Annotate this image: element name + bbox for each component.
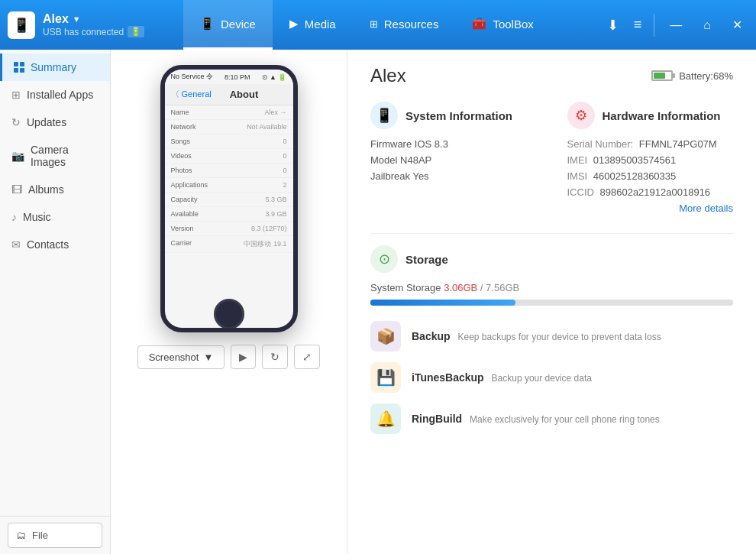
connection-status: USB has connected 🔋 [43, 26, 144, 37]
sidebar-item-contacts[interactable]: ✉ Contacts [0, 231, 110, 258]
more-details-link[interactable]: More details [567, 202, 734, 214]
menu-button[interactable]: ≡ [631, 14, 645, 36]
brand-text: Alex ▼ USB has connected 🔋 [43, 12, 144, 37]
expand-icon: ⤢ [302, 351, 312, 363]
serial-row: Serial Number: FFMNL74PG07M [567, 138, 734, 150]
firmware-row: Firmware IOS 8.3 [370, 138, 537, 150]
iccid-row: ICCID 898602a21912a0018916 [567, 186, 734, 198]
device-tab-icon: 📱 [200, 17, 215, 31]
file-button[interactable]: 🗂 File [8, 523, 102, 548]
sidebar-camera-images-label: Camera Images [31, 144, 99, 168]
toolbox-tab-icon: 🧰 [472, 17, 486, 31]
close-button[interactable]: ✕ [726, 15, 748, 35]
tab-media[interactable]: ▶ Media [273, 0, 353, 50]
chevron-down-icon[interactable]: ▼ [73, 15, 81, 24]
update-icon: ↻ [11, 116, 21, 128]
screenshot-refresh-button[interactable]: ↻ [262, 345, 288, 369]
tab-device[interactable]: 📱 Device [183, 0, 273, 50]
tab-toolbox-label: ToolBox [493, 18, 533, 31]
battery-bar [651, 70, 673, 81]
info-sections: 📱 System Information Firmware IOS 8.3 Mo… [370, 102, 733, 214]
sidebar-installed-apps-label: Installed Apps [27, 89, 93, 101]
screenshot-expand-button[interactable]: ⤢ [294, 345, 320, 369]
sidebar-item-updates[interactable]: ↻ Updates [0, 109, 110, 136]
battery-label: Battery:68% [679, 70, 733, 82]
phone-row-name: Name Alex → [165, 105, 293, 120]
model-value: N48AP [400, 154, 431, 166]
backup-desc-inline: Keep backups for your device to prevent … [457, 332, 661, 342]
apps-icon: ⊞ [11, 89, 21, 101]
resources-tab-icon: ⊞ [370, 18, 378, 30]
phone-nav-bar: 〈 General About [165, 84, 293, 105]
phone-table: Name Alex → Network Not Available Songs … [165, 105, 293, 253]
phone-row-carrier: Carrier 中国移动 19.1 [165, 236, 293, 253]
backup-action-item: 📦 Backup Keep backups for your device to… [370, 321, 733, 352]
section-divider [370, 233, 733, 234]
itunes-backup-name: iTunesBackup Backup your device data [412, 371, 733, 384]
storage-separator: / [480, 282, 483, 293]
contacts-icon: ✉ [11, 238, 21, 251]
sidebar-item-installed-apps[interactable]: ⊞ Installed Apps [0, 81, 110, 109]
battery-info: Battery:68% [651, 70, 733, 82]
phone-row-network: Network Not Available [165, 120, 293, 134]
phone-row-capacity: Capacity 5.3 GB [165, 193, 293, 207]
iccid-value: 898602a21912a0018916 [600, 186, 711, 198]
system-info-header: 📱 System Information [370, 102, 537, 129]
phone-status-left: No Service 令 [171, 72, 214, 82]
jailbreak-label: Jailbreak [370, 170, 412, 182]
phone-home-button [214, 299, 244, 329]
screenshot-button[interactable]: Screenshot ▼ [137, 345, 225, 369]
phone-row-applications: Applications 2 [165, 178, 293, 193]
info-panel: Alex Battery:68% 📱 System Information [347, 50, 756, 554]
system-info-icon: 📱 [370, 102, 398, 129]
tab-toolbox[interactable]: 🧰 ToolBox [455, 0, 550, 50]
nav-tabs: 📱 Device ▶ Media ⊞ Resources 🧰 ToolBox [183, 0, 604, 50]
header-divider [654, 14, 654, 37]
restore-button[interactable]: ⌂ [697, 15, 717, 35]
grid-icon [14, 62, 24, 73]
jailbreak-row: Jailbreak Yes [370, 170, 537, 182]
sidebar-item-camera-images[interactable]: 📷 Camera Images [0, 136, 110, 176]
imsi-value: 460025128360335 [593, 170, 676, 182]
model-row: Model N48AP [370, 154, 537, 166]
itunes-backup-text: iTunesBackup Backup your device data [412, 371, 733, 384]
device-header: Alex Battery:68% [370, 65, 733, 86]
storage-title: Storage [405, 253, 448, 266]
sidebar-item-summary[interactable]: Summary [0, 53, 110, 81]
screenshot-play-button[interactable]: ▶ [231, 345, 256, 369]
jailbreak-value: Yes [412, 170, 428, 182]
storage-bar-bg [370, 300, 733, 306]
storage-section: ⊙ Storage System Storage 3.06GB / 7.56GB [370, 245, 733, 434]
phone-status-right: ⊙ ▲ 🔋 [262, 73, 287, 81]
serial-value: FFMNL74PG07M [639, 138, 717, 150]
tab-media-label: Media [305, 18, 336, 31]
device-title: Alex [370, 65, 406, 86]
phone-status-time: 8:10 PM [225, 73, 250, 81]
phone-row-photos: Photos 0 [165, 164, 293, 178]
app-logo: 📱 [8, 11, 35, 39]
refresh-icon: ↻ [270, 351, 279, 363]
ring-build-text: RingBuild Make exclusively for your cell… [412, 413, 733, 425]
download-button[interactable]: ⬇ [604, 14, 622, 37]
imei-row: IMEI 013895003574561 [567, 154, 734, 166]
sidebar-item-music[interactable]: ♪ Music [0, 203, 110, 231]
sidebar-item-albums[interactable]: 🎞 Albums [0, 176, 110, 203]
tab-resources[interactable]: ⊞ Resources [353, 0, 456, 50]
minimize-button[interactable]: — [664, 15, 688, 35]
storage-label-text: System Storage [370, 282, 441, 293]
play-icon: ▶ [239, 351, 247, 363]
imei-value: 013895003574561 [593, 154, 676, 166]
system-info-title: System Information [405, 109, 512, 122]
screenshot-controls: Screenshot ▼ ▶ ↻ ⤢ [137, 345, 321, 369]
storage-total: 7.56GB [486, 282, 519, 293]
phone-row-songs: Songs 0 [165, 134, 293, 149]
backup-icon: 📦 [370, 321, 401, 352]
sidebar-bottom: 🗂 File [0, 516, 110, 554]
phone-screen: No Service 令 8:10 PM ⊙ ▲ 🔋 〈 General Abo… [165, 70, 293, 328]
backup-text: Backup Keep backups for your device to p… [412, 330, 733, 342]
brand-name: Alex ▼ [43, 12, 144, 26]
media-tab-icon: ▶ [289, 17, 299, 31]
sidebar-contacts-label: Contacts [27, 238, 69, 251]
battery-icon: 🔋 [128, 26, 144, 37]
hardware-info-header: ⚙ Hardware Information [567, 102, 734, 129]
